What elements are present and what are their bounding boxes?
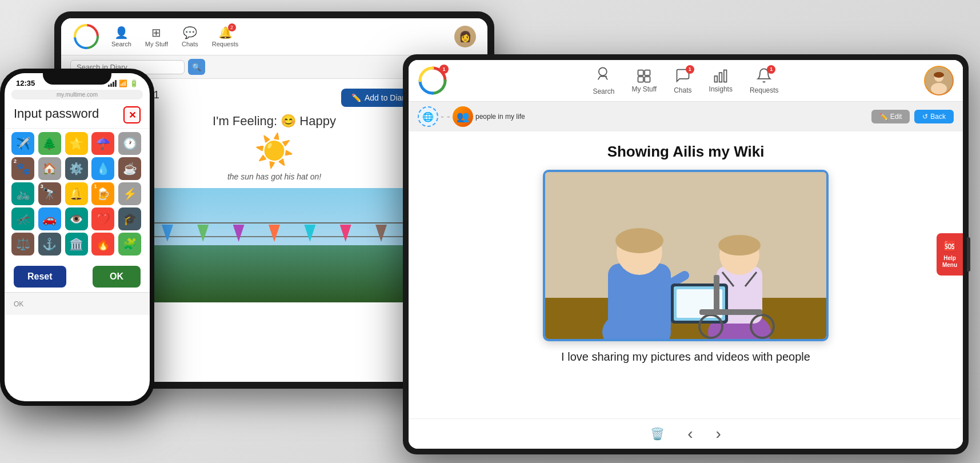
phone-close-button[interactable]: ✕: [123, 106, 141, 123]
emoji-heart[interactable]: ❤️: [91, 207, 114, 230]
emoji-paw[interactable]: 🐾2: [11, 157, 34, 180]
tablet-bg-logo: [73, 23, 100, 50]
phone-ok-button[interactable]: OK: [93, 266, 141, 288]
tf-nav-insights[interactable]: Insights: [709, 68, 733, 93]
tablet-front-avatar: [924, 66, 954, 95]
help-menu-button[interactable]: 🆘 HelpMenu: [937, 233, 963, 276]
tablet-front-content: Showing Ailis my Wiki: [409, 131, 963, 407]
phone-url: my.multime.com: [57, 91, 98, 98]
emoji-clock[interactable]: 🕐: [118, 132, 141, 155]
tablet-bg-nav: 👤 Search ⊞ My Stuff 💬 Chats 🔔2 Requests: [111, 26, 443, 47]
emoji-house[interactable]: 🏠: [38, 157, 61, 180]
tf-nav-search[interactable]: Search: [593, 66, 614, 95]
emoji-tree[interactable]: 🌲: [38, 132, 61, 155]
svg-rect-5: [638, 77, 643, 82]
phone-password-title: Input password: [14, 106, 99, 121]
tbg-nav-mystuff[interactable]: ⊞ My Stuff: [145, 26, 168, 47]
emoji-puzzle[interactable]: 🧩: [118, 233, 141, 256]
tablet-front-photo: [543, 170, 829, 341]
tf-nav-requests[interactable]: 1 Requests: [750, 67, 779, 94]
phone-emoji-grid: ✈️ 🌲 ⭐ ☂️ 🕐 🐾2 🏠 ⚙️ 💧 ☕ 🚲 🔭3 🔔 🍺1 ⚡ 🦟 🚗 …: [5, 129, 150, 259]
tablet-front-title: Showing Ailis my Wiki: [607, 143, 765, 161]
svg-point-2: [599, 67, 607, 75]
delete-icon[interactable]: 🗑️: [650, 427, 665, 441]
next-icon[interactable]: ›: [716, 425, 721, 443]
phone-reset-button[interactable]: Reset: [14, 266, 66, 288]
svg-rect-8: [719, 73, 722, 82]
svg-rect-9: [724, 70, 727, 82]
tablet-front-logo: 1: [418, 66, 447, 95]
tbg-nav-search[interactable]: 👤 Search: [111, 26, 131, 47]
prev-icon[interactable]: ‹: [687, 425, 693, 443]
phone-action-buttons: Reset OK: [5, 261, 150, 292]
tablet-side-button: [967, 237, 970, 272]
tf-nav-search-label: Search: [593, 87, 614, 95]
svg-rect-32: [714, 275, 719, 315]
phone-password-header: Input password ✕: [5, 103, 150, 129]
emoji-coffee[interactable]: ☕: [118, 157, 141, 180]
tf-nav-chats[interactable]: 1 Chats: [674, 67, 691, 94]
emoji-fire[interactable]: 🔥: [91, 233, 114, 256]
emoji-drop[interactable]: 💧: [91, 157, 114, 180]
emoji-car[interactable]: 🚗: [38, 207, 61, 230]
phone-url-bar: my.multime.com: [11, 90, 143, 99]
help-menu-container: 🆘 HelpMenu: [937, 233, 963, 276]
phone: 12:35 📶 🔋 my.multime.com Input password …: [0, 69, 154, 406]
wifi-icon: 📶: [119, 79, 127, 87]
help-menu-icon: 🆘: [943, 240, 956, 253]
breadcrumb-actions: ✏️ Edit ↺ Back: [871, 110, 954, 123]
phone-bottom-partial: OK: [5, 292, 150, 315]
back-arrow-icon: ↺: [922, 113, 928, 121]
back-button[interactable]: ↺ Back: [914, 110, 954, 123]
tf-nav-mystuff[interactable]: My Stuff: [631, 68, 657, 93]
phone-time: 12:35: [16, 79, 35, 87]
emoji-building[interactable]: 🏛️: [65, 233, 88, 256]
breadcrumb-person-icon: 👥: [453, 106, 473, 127]
edit-icon: ✏️: [879, 113, 888, 121]
tablet-bg-search-button[interactable]: 🔍: [188, 59, 205, 75]
emoji-binoculars[interactable]: 🔭3: [38, 182, 61, 205]
svg-rect-6: [645, 77, 650, 82]
tablet-bg-avatar: 👩: [454, 26, 476, 47]
svg-point-20: [615, 228, 663, 253]
requests-badge: 1: [767, 65, 775, 74]
emoji-bike[interactable]: 🚲: [11, 182, 34, 205]
emoji-eye[interactable]: 👁️: [65, 207, 88, 230]
emoji-beer[interactable]: 🍺1: [91, 182, 114, 205]
battery-icon: 🔋: [130, 79, 138, 87]
svg-point-25: [718, 235, 761, 256]
emoji-scales[interactable]: ⚖️: [11, 233, 34, 256]
signal-icon: [108, 80, 117, 87]
tbg-nav-chats[interactable]: 💬 Chats: [182, 26, 198, 47]
logo-badge: 1: [439, 65, 449, 74]
emoji-graduation[interactable]: 🎓: [118, 207, 141, 230]
emoji-star[interactable]: ⭐: [65, 132, 88, 155]
emoji-bell[interactable]: 🔔: [65, 182, 88, 205]
svg-rect-7: [715, 76, 718, 82]
tf-nav-mystuff-label: My Stuff: [631, 85, 657, 93]
tablet-front: 1: [403, 54, 969, 454]
chats-badge: 1: [686, 65, 694, 74]
tablet-front-caption: I love sharing my pictures and videos wi…: [561, 350, 810, 364]
svg-point-13: [934, 72, 944, 78]
breadcrumb-multime-icon: 🌐: [418, 106, 438, 127]
emoji-plane[interactable]: ✈️: [11, 132, 34, 155]
tf-nav-chats-label: Chats: [674, 86, 691, 94]
emoji-gear[interactable]: ⚙️: [65, 157, 88, 180]
tablet-bg-header: 👤 Search ⊞ My Stuff 💬 Chats 🔔2 Requests …: [61, 18, 487, 55]
svg-rect-31: [699, 309, 762, 315]
breadcrumb-label: people in my life: [475, 113, 525, 121]
svg-point-12: [931, 83, 947, 94]
edit-button[interactable]: ✏️ Edit: [871, 110, 910, 123]
emoji-lightning[interactable]: ⚡: [118, 182, 141, 205]
tablet-front-breadcrumb: 🌐 - - 👥 people in my life ✏️ Edit ↺ Back: [409, 102, 963, 131]
emoji-bug[interactable]: 🦟: [11, 207, 34, 230]
breadcrumb-arrow-1: - -: [441, 111, 450, 123]
tbg-nav-requests[interactable]: 🔔2 Requests: [212, 26, 238, 47]
emoji-umbrella[interactable]: ☂️: [91, 132, 114, 155]
help-menu-label: HelpMenu: [942, 255, 957, 269]
phone-notch: [43, 69, 111, 85]
emoji-anchor[interactable]: ⚓: [38, 233, 61, 256]
svg-rect-4: [645, 70, 650, 75]
tf-nav-insights-label: Insights: [709, 85, 733, 93]
